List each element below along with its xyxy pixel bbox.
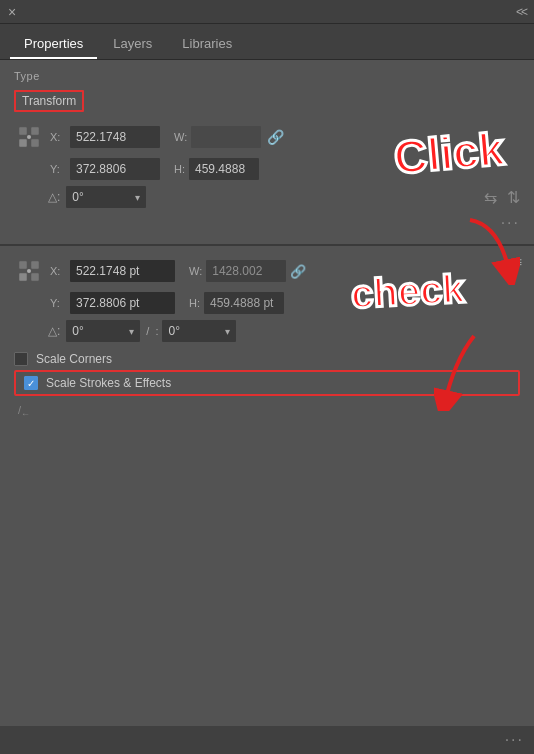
x-label-bottom: X:: [50, 265, 70, 277]
bottom-bar: ···: [0, 726, 534, 754]
top-panel-section: Type Transform X: W: 🔗 Y:: [0, 60, 534, 246]
svg-rect-6: [31, 261, 39, 269]
scale-corners-label: Scale Corners: [36, 352, 112, 366]
x-label: X:: [50, 131, 70, 143]
angle-value-top: 0°: [72, 190, 83, 204]
x-input[interactable]: [70, 126, 160, 148]
y-label: Y:: [50, 163, 70, 175]
h-top-label: H:: [174, 163, 185, 175]
angle-value-bottom: 0°: [72, 324, 83, 338]
slash-icon: /: [146, 325, 149, 337]
bottom-panel-section: ≡ X: W: 🔗 Y: H:: [0, 246, 534, 754]
three-dots-row-top: ···: [14, 208, 520, 232]
svg-rect-5: [19, 261, 27, 269]
w-top-label: W:: [174, 131, 187, 143]
y-input-bottom[interactable]: [70, 292, 175, 314]
tab-layers[interactable]: Layers: [99, 30, 166, 59]
yh-row: Y: H:: [14, 158, 520, 180]
type-label: Type: [14, 70, 520, 82]
x-input-bottom[interactable]: [70, 260, 175, 282]
transform-grid-icon-bottom: [14, 256, 44, 286]
panel-container: × << Properties Layers Libraries Type Tr…: [0, 0, 534, 754]
svg-rect-2: [19, 139, 27, 147]
w-label-bottom: W:: [189, 265, 202, 277]
dropdown-arrow-bottom2: ▾: [225, 326, 230, 337]
w-input-bottom[interactable]: [206, 260, 286, 282]
bottom-misc-text: /←: [14, 404, 520, 419]
chain-icon: 🔗: [267, 129, 284, 145]
angle-label-top: △:: [48, 190, 60, 204]
more-options-top[interactable]: ···: [501, 214, 520, 232]
h-input-top[interactable]: [189, 158, 259, 180]
yh-row-bottom: Y: H:: [14, 292, 520, 314]
dropdown-arrow-top: ▾: [135, 192, 140, 203]
angle-row-top: △: 0° ▾ ⇆ ⇅: [14, 186, 520, 208]
y-label-bottom: Y:: [50, 297, 70, 309]
scale-effects-label: Scale Strokes & Effects: [46, 376, 171, 390]
angle-dropdown-top[interactable]: 0° ▾: [66, 186, 146, 208]
w-input-top[interactable]: [191, 126, 261, 148]
angle-dropdown-bottom[interactable]: 0° ▾: [66, 320, 140, 342]
flip-h-icon[interactable]: ⇆: [484, 188, 497, 207]
svg-rect-3: [31, 139, 39, 147]
svg-point-9: [27, 269, 31, 273]
angle2-label-bottom: :: [155, 325, 158, 337]
angle-row-bottom: △: 0° ▾ / : 0° ▾: [14, 320, 520, 342]
flip-v-icon[interactable]: ⇅: [507, 188, 520, 207]
flip-icons: ⇆ ⇅: [454, 188, 520, 207]
dropdown-arrow-bottom1: ▾: [129, 326, 134, 337]
h-input-bottom[interactable]: [204, 292, 284, 314]
angle-label-bottom: △:: [48, 324, 60, 338]
svg-rect-7: [19, 273, 27, 281]
transform-grid-icon: [14, 122, 44, 152]
xw-row-bottom: X: W: 🔗: [14, 256, 520, 286]
tabs-bar: Properties Layers Libraries: [0, 24, 534, 60]
svg-point-4: [27, 135, 31, 139]
svg-rect-0: [19, 127, 27, 135]
svg-rect-1: [31, 127, 39, 135]
chain-icon-bottom: 🔗: [290, 264, 306, 279]
y-input[interactable]: [70, 158, 160, 180]
tab-libraries[interactable]: Libraries: [168, 30, 246, 59]
collapse-icon[interactable]: <<: [516, 5, 526, 19]
tab-properties[interactable]: Properties: [10, 30, 97, 59]
scale-effects-checkbox[interactable]: [24, 376, 38, 390]
scale-effects-row: Scale Strokes & Effects: [14, 370, 520, 396]
scale-corners-checkbox[interactable]: [14, 352, 28, 366]
list-icon[interactable]: ≡: [514, 254, 522, 270]
transform-title: Transform: [14, 90, 84, 112]
top-bar: × <<: [0, 0, 534, 24]
angle2-dropdown-bottom[interactable]: 0° ▾: [162, 320, 236, 342]
svg-rect-8: [31, 273, 39, 281]
more-options-bottom[interactable]: ···: [505, 731, 524, 749]
h-label-bottom: H:: [189, 297, 200, 309]
xw-row: X: W: 🔗: [14, 122, 520, 152]
close-icon[interactable]: ×: [8, 4, 16, 20]
angle2-value-bottom: 0°: [168, 324, 179, 338]
scale-corners-row: Scale Corners: [14, 352, 520, 366]
